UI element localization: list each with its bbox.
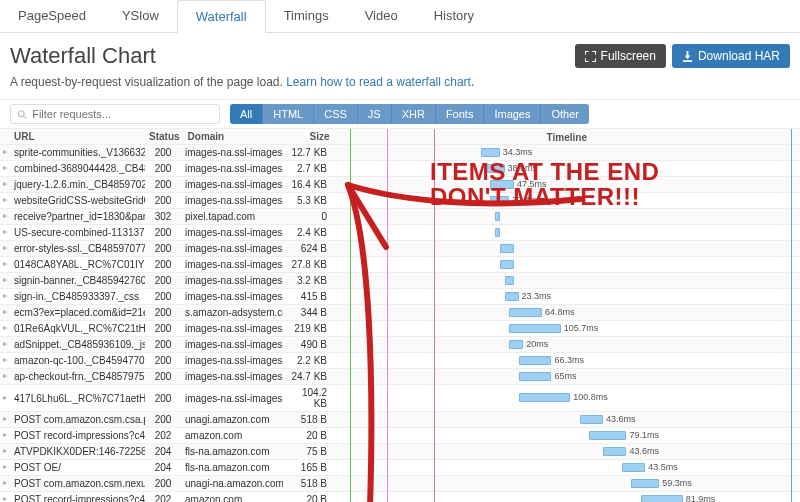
cell-domain: images-na.ssl-images-a (181, 161, 283, 176)
cell-domain: images-na.ssl-images-a (181, 225, 283, 240)
table-row[interactable]: POST com.amazon.csm.csa.pr200unagi.amazo… (0, 412, 800, 428)
header: Waterfall Chart Fullscreen Download HAR (0, 33, 800, 71)
table-row[interactable]: POST OE/204fls-na.amazon.com165 B43.5ms (0, 460, 800, 476)
cell-timeline: 47.5ms (331, 178, 800, 192)
table-row[interactable]: sprite-communities._V1366324200images-na… (0, 145, 800, 161)
table-row[interactable]: 417L6Lhu6L._RC%7C71aetHfg200images-na.ss… (0, 385, 800, 412)
fullscreen-icon (585, 51, 596, 62)
download-har-button[interactable]: Download HAR (672, 44, 790, 68)
table-row[interactable]: websiteGridCSS-websiteGridC200images-na.… (0, 193, 800, 209)
cell-status: 200 (145, 305, 181, 320)
pill-other[interactable]: Other (541, 104, 589, 124)
cell-url: 417L6Lhu6L._RC%7C71aetHfg (0, 391, 145, 406)
tab-video[interactable]: Video (347, 0, 416, 32)
fullscreen-button[interactable]: Fullscreen (575, 44, 666, 68)
cell-status: 204 (145, 444, 181, 459)
table-row[interactable]: receive?partner_id=1830&part302pixel.tap… (0, 209, 800, 225)
timeline-bar (603, 447, 626, 456)
cell-url: amazon-qc-100._CB45947708 (0, 353, 145, 368)
col-url[interactable]: URL (0, 129, 145, 144)
cell-url: websiteGridCSS-websiteGridC (0, 193, 145, 208)
table-row[interactable]: jquery-1.2.6.min._CB48597027200images-na… (0, 177, 800, 193)
table-row[interactable]: ecm3?ex=placed.com&id=21et200s.amazon-ad… (0, 305, 800, 321)
cell-status: 200 (145, 225, 181, 240)
pill-images[interactable]: Images (484, 104, 541, 124)
timeline-label: 64.8ms (545, 307, 575, 317)
cell-url: POST record-impressions?c4i (0, 492, 145, 502)
table-row[interactable]: sign-in._CB485933397._css200images-na.ss… (0, 289, 800, 305)
cell-domain: amazon.com (181, 492, 283, 502)
pill-xhr[interactable]: XHR (392, 104, 436, 124)
pill-css[interactable]: CSS (314, 104, 358, 124)
col-timeline[interactable]: Timeline (334, 130, 800, 144)
timeline-bar (500, 244, 514, 253)
grid-header: URL Status Domain Size Timeline (0, 129, 800, 145)
timeline-label: 47.5ms (517, 179, 547, 189)
cell-size: 12.7 KB (283, 145, 331, 160)
table-row[interactable]: error-styles-ssl._CB48597077200images-na… (0, 241, 800, 257)
cell-status: 200 (145, 241, 181, 256)
filter-box[interactable] (10, 104, 220, 124)
cell-domain: fls-na.amazon.com (181, 444, 283, 459)
cell-timeline: 100.8ms (331, 391, 800, 405)
col-domain[interactable]: Domain (184, 129, 286, 144)
timeline-bar (519, 356, 552, 365)
table-row[interactable]: 0148CA8YA8L._RC%7C01IY99200images-na.ssl… (0, 257, 800, 273)
timeline-bar (509, 340, 523, 349)
tab-timings[interactable]: Timings (266, 0, 347, 32)
col-size[interactable]: Size (286, 129, 334, 144)
cell-status: 200 (145, 177, 181, 192)
cell-timeline: 43.6ms (331, 413, 800, 427)
pill-all[interactable]: All (230, 104, 263, 124)
table-row[interactable]: POST record-impressions?c4i202amazon.com… (0, 428, 800, 444)
tab-history[interactable]: History (416, 0, 492, 32)
table-row[interactable]: US-secure-combined-11313702200images-na.… (0, 225, 800, 241)
cell-domain: images-na.ssl-images-a (181, 273, 283, 288)
cell-timeline: 34.3ms (331, 146, 800, 160)
cell-size: 518 B (283, 476, 331, 491)
cell-domain: images-na.ssl-images-a (181, 391, 283, 406)
timeline-label: 43.6ms (629, 446, 659, 456)
cell-url: combined-3689044428._CB485 (0, 161, 145, 176)
pill-fonts[interactable]: Fonts (436, 104, 485, 124)
table-row[interactable]: adSnippet._CB485936109._js200images-na.s… (0, 337, 800, 353)
cell-url: 0148CA8YA8L._RC%7C01IY99 (0, 257, 145, 272)
cell-url: POST com.amazon.csm.nexus (0, 476, 145, 491)
cell-url: 01Re6AqkVUL._RC%7C21tHlZ (0, 321, 145, 336)
timeline-label: 20ms (526, 339, 548, 349)
subtitle-link[interactable]: Learn how to read a waterfall chart (286, 75, 471, 89)
timeline-bar (486, 164, 505, 173)
table-row[interactable]: ATVPDKIKX0DER:146-7225873204fls-na.amazo… (0, 444, 800, 460)
filter-input[interactable] (32, 108, 213, 120)
cell-domain: images-na.ssl-images-a (181, 369, 283, 384)
table-row[interactable]: POST record-impressions?c4i202amazon.com… (0, 492, 800, 502)
cell-timeline: 66.3ms (331, 354, 800, 368)
tab-waterfall[interactable]: Waterfall (177, 0, 266, 33)
cell-timeline: 37.4ms (331, 194, 800, 208)
cell-status: 200 (145, 145, 181, 160)
table-row[interactable]: ap-checkout-frn._CB4857975S200images-na.… (0, 369, 800, 385)
tab-yslow[interactable]: YSlow (104, 0, 177, 32)
cell-status: 204 (145, 460, 181, 475)
pill-html[interactable]: HTML (263, 104, 314, 124)
table-row[interactable]: combined-3689044428._CB485200images-na.s… (0, 161, 800, 177)
table-row[interactable]: amazon-qc-100._CB45947708200images-na.ss… (0, 353, 800, 369)
cell-domain: images-na.ssl-images-a (181, 193, 283, 208)
table-row[interactable]: POST com.amazon.csm.nexus200unagi-na.ama… (0, 476, 800, 492)
tab-pagespeed[interactable]: PageSpeed (0, 0, 104, 32)
table-row[interactable]: 01Re6AqkVUL._RC%7C21tHlZ200images-na.ssl… (0, 321, 800, 337)
timeline-bar (519, 393, 571, 402)
cell-size: 490 B (283, 337, 331, 352)
cell-timeline: 59.3ms (331, 477, 800, 491)
timeline-bar (622, 463, 645, 472)
timeline-bar (580, 415, 603, 424)
cell-url: jquery-1.2.6.min._CB48597027 (0, 177, 145, 192)
table-row[interactable]: signin-banner._CB485942760._200images-na… (0, 273, 800, 289)
cell-domain: images-na.ssl-images-a (181, 321, 283, 336)
cell-url: POST com.amazon.csm.csa.pr (0, 412, 145, 427)
timeline-bar (490, 180, 513, 189)
cell-size: 2.2 KB (283, 353, 331, 368)
pill-js[interactable]: JS (358, 104, 392, 124)
col-status[interactable]: Status (145, 129, 184, 144)
timeline-bar (505, 276, 514, 285)
